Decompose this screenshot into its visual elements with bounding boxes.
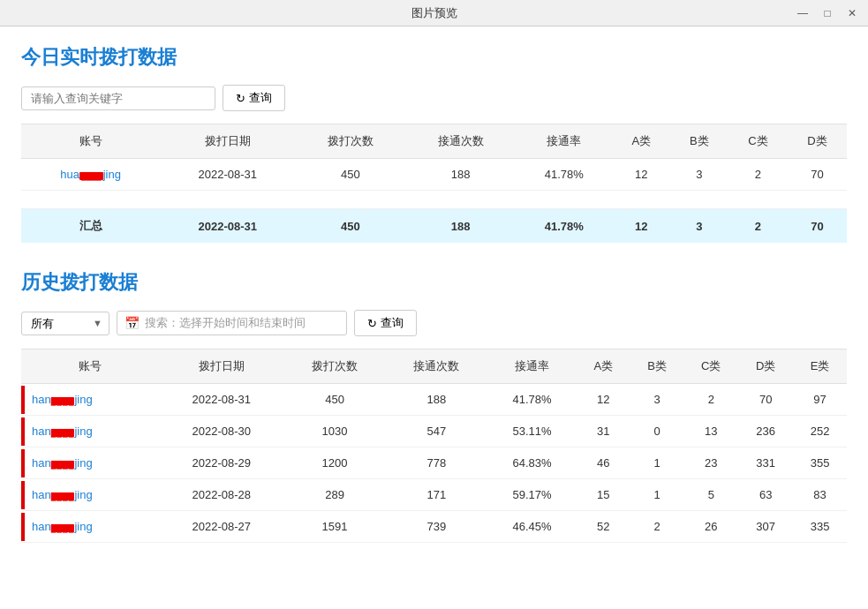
history-row-a: 46 xyxy=(577,447,630,479)
today-summary-row: 汇总 2022-08-31 450 188 41.78% 12 3 2 70 xyxy=(21,209,847,244)
history-account-link[interactable]: han████jing xyxy=(32,488,93,501)
today-summary-label: 汇总 xyxy=(21,209,160,244)
history-row-connect_rate: 59.17% xyxy=(487,479,577,511)
account-filter-select[interactable]: 所有 账号1 账号2 xyxy=(21,312,109,335)
history-row-date: 2022-08-28 xyxy=(159,479,283,511)
history-account-link[interactable]: han████jing xyxy=(32,393,93,406)
history-row-connect_rate: 64.83% xyxy=(487,447,577,479)
today-row-connect: 188 xyxy=(405,159,516,191)
history-table-row: han████jing2022-08-30103054753.11%310132… xyxy=(21,416,847,447)
history-row-dial_count: 1591 xyxy=(283,511,385,543)
history-row-d: 63 xyxy=(738,479,793,511)
today-summary-b: 3 xyxy=(670,209,728,244)
close-button[interactable]: ✕ xyxy=(843,4,861,22)
history-table: 账号 拨打日期 拨打次数 接通次数 接通率 A类 B类 C类 D类 E类 han… xyxy=(21,349,847,543)
history-section: 历史拨打数据 所有 账号1 账号2 ▼ 📅 搜索：选择开始时间和结束时间 ↻ 查… xyxy=(21,269,847,543)
history-row-connect_count: 171 xyxy=(386,479,487,511)
hist-col-a: A类 xyxy=(577,350,630,384)
today-data-row: hua████jing 2022-08-31 450 188 41.78% 12… xyxy=(21,159,847,191)
history-row-b: 3 xyxy=(630,384,684,416)
hist-col-connect: 接通次数 xyxy=(386,350,487,384)
today-row-d: 70 xyxy=(788,159,847,191)
history-section-title: 历史拨打数据 xyxy=(21,269,847,296)
today-query-button[interactable]: ↻ 查询 xyxy=(223,85,285,111)
today-summary-c: 2 xyxy=(728,209,788,244)
history-row-b: 1 xyxy=(630,447,684,479)
history-table-header-row: 账号 拨打日期 拨打次数 接通次数 接通率 A类 B类 C类 D类 E类 xyxy=(21,350,847,384)
col-rate: 接通率 xyxy=(516,124,612,159)
maximize-button[interactable]: □ xyxy=(819,4,836,22)
today-account-cell: hua████jing xyxy=(21,159,160,191)
history-row-connect_count: 778 xyxy=(386,447,487,479)
history-row-c: 23 xyxy=(683,447,738,479)
history-row-e: 335 xyxy=(793,511,847,543)
history-account-cell: han████jing xyxy=(21,384,159,416)
red-bar-indicator xyxy=(21,386,25,414)
today-summary-rate: 41.78% xyxy=(516,209,612,244)
col-date: 拨打日期 xyxy=(160,124,295,159)
history-query-label: 查询 xyxy=(381,315,404,331)
history-row-a: 12 xyxy=(577,384,630,416)
today-account-link[interactable]: hua████jing xyxy=(60,168,121,181)
date-range-input[interactable]: 📅 搜索：选择开始时间和结束时间 xyxy=(117,311,347,335)
hist-col-account: 账号 xyxy=(21,350,159,384)
history-row-connect_rate: 41.78% xyxy=(487,384,577,416)
history-row-e: 355 xyxy=(793,447,847,479)
history-row-a: 52 xyxy=(577,511,630,543)
today-row-date: 2022-08-31 xyxy=(160,159,295,191)
history-table-row: han████jing2022-08-29120077864.83%461233… xyxy=(21,447,847,479)
today-divider-row xyxy=(21,191,847,209)
col-connect: 接通次数 xyxy=(405,124,516,159)
history-row-e: 252 xyxy=(793,416,847,447)
main-content: 今日实时拨打数据 ↻ 查询 账号 拨打日期 拨打次数 接通次数 接通率 A类 B… xyxy=(0,26,868,560)
history-account-cell: han████jing xyxy=(21,416,159,447)
today-row-dial: 450 xyxy=(295,159,405,191)
history-row-b: 1 xyxy=(630,479,684,511)
history-row-a: 15 xyxy=(577,479,630,511)
today-section-title: 今日实时拨打数据 xyxy=(21,44,847,71)
window-title: 图片预览 xyxy=(411,5,457,21)
col-a: A类 xyxy=(612,124,670,159)
refresh-icon: ↻ xyxy=(236,92,245,105)
red-bar-indicator xyxy=(21,481,25,509)
red-bar-indicator xyxy=(21,513,25,541)
today-search-bar: ↻ 查询 xyxy=(21,85,847,111)
red-bar-indicator xyxy=(21,449,25,477)
history-row-dial_count: 450 xyxy=(283,384,385,416)
history-query-button[interactable]: ↻ 查询 xyxy=(354,310,417,336)
history-row-d: 307 xyxy=(738,511,793,543)
history-row-c: 26 xyxy=(683,511,738,543)
col-account: 账号 xyxy=(21,124,160,159)
history-row-a: 31 xyxy=(577,416,630,447)
hist-col-dial: 拨打次数 xyxy=(283,350,385,384)
history-row-d: 331 xyxy=(738,447,793,479)
today-search-input[interactable] xyxy=(21,86,215,110)
history-account-cell: han████jing xyxy=(21,447,159,479)
col-b: B类 xyxy=(670,124,728,159)
today-summary-a: 12 xyxy=(612,209,670,244)
history-row-d: 236 xyxy=(738,416,793,447)
red-bar-indicator xyxy=(21,417,25,446)
today-row-rate: 41.78% xyxy=(516,159,612,191)
col-c: C类 xyxy=(728,124,788,159)
history-row-date: 2022-08-31 xyxy=(159,384,283,416)
history-account-link[interactable]: han████jing xyxy=(32,425,93,438)
date-range-placeholder: 搜索：选择开始时间和结束时间 xyxy=(145,315,339,331)
hist-col-b: B类 xyxy=(630,350,684,384)
history-account-link[interactable]: han████jing xyxy=(32,456,93,470)
history-row-connect_rate: 53.11% xyxy=(487,416,577,447)
history-row-dial_count: 1030 xyxy=(283,416,385,447)
minimize-button[interactable]: — xyxy=(794,4,811,22)
today-summary-date: 2022-08-31 xyxy=(160,209,295,244)
history-table-row: han████jing2022-08-2828917159.17%1515638… xyxy=(21,479,847,511)
history-row-connect_count: 547 xyxy=(386,416,487,447)
today-summary-dial: 450 xyxy=(295,209,405,244)
today-table-header-row: 账号 拨打日期 拨打次数 接通次数 接通率 A类 B类 C类 D类 xyxy=(21,124,847,159)
history-row-dial_count: 289 xyxy=(283,479,385,511)
history-row-c: 13 xyxy=(683,416,738,447)
history-account-link[interactable]: han████jing xyxy=(32,520,93,533)
history-row-dial_count: 1200 xyxy=(283,447,385,479)
today-row-b: 3 xyxy=(670,159,728,191)
history-row-c: 2 xyxy=(683,384,738,416)
history-row-date: 2022-08-27 xyxy=(159,511,283,543)
